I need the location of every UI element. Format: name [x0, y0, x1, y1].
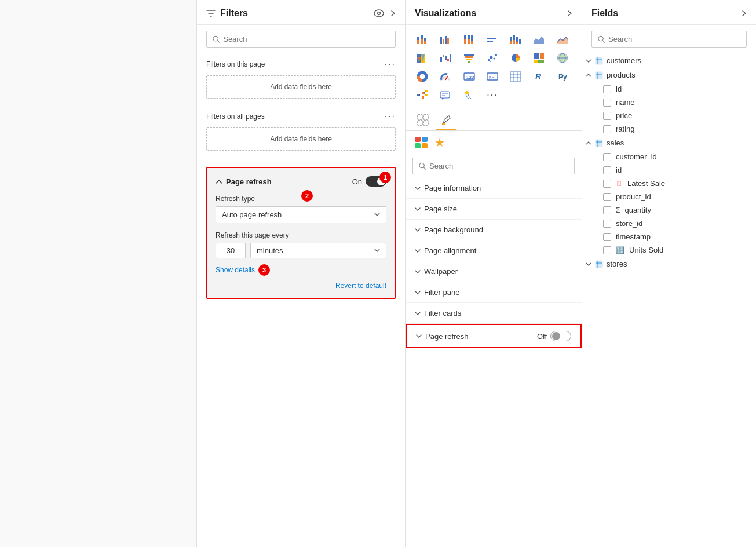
table-icon	[595, 260, 603, 268]
viz-section-wallpaper[interactable]: Wallpaper	[406, 261, 582, 282]
viz-search-box[interactable]	[412, 158, 575, 174]
viz-icon-waterfall[interactable]	[436, 49, 455, 67]
field-checkbox[interactable]	[603, 166, 611, 174]
field-sales-quantity[interactable]: Σ quantity	[582, 203, 756, 217]
field-sales-units-sold[interactable]: 🔢 Units Sold	[582, 243, 756, 257]
page-refresh-viz-toggle[interactable]	[550, 331, 571, 341]
field-checkbox[interactable]	[603, 85, 611, 93]
left-empty-panel	[0, 0, 197, 547]
field-sales-timestamp[interactable]: timestamp	[582, 230, 756, 243]
star-icon[interactable]: ★	[432, 134, 447, 151]
viz-icon-clustered-bar[interactable]	[436, 31, 455, 48]
field-checkbox[interactable]	[603, 125, 611, 133]
viz-icon-more[interactable]: ···	[483, 86, 502, 104]
table-group-stores[interactable]: stores	[582, 257, 756, 271]
viz-icon-card[interactable]: 123	[459, 68, 479, 85]
viz-icon-qa[interactable]	[436, 86, 455, 104]
refresh-interval-input[interactable]	[216, 243, 246, 258]
viz-section-page-refresh[interactable]: Page refresh Off	[406, 324, 582, 348]
field-products-rating[interactable]: rating	[582, 122, 756, 136]
viz-icon-area-chart[interactable]	[529, 31, 549, 48]
viz-tab-format[interactable]	[412, 111, 433, 130]
viz-section-page-info[interactable]: Page information	[406, 178, 582, 199]
filters-search-input[interactable]	[223, 35, 389, 43]
field-checkbox[interactable]	[603, 233, 611, 241]
field-sales-customer-id[interactable]: customer_id	[582, 150, 756, 163]
filters-this-page-more[interactable]: ···	[385, 59, 396, 70]
viz-tab-paint[interactable]	[436, 111, 456, 130]
svg-rect-21	[487, 41, 493, 42]
field-sales-store-id[interactable]: store_id	[582, 217, 756, 230]
viz-icon-map[interactable]	[553, 49, 572, 67]
field-sales-latest-sale[interactable]: 🗓 Latest Sale	[582, 177, 756, 190]
viz-icon-kpi[interactable]: KPI	[483, 68, 502, 85]
viz-icon-ribbon[interactable]	[412, 49, 432, 67]
page-refresh-box: Page refresh On 1 Refresh type 2 Auto pa…	[206, 167, 396, 299]
viz-icon-stacked-bar[interactable]	[412, 31, 432, 48]
viz-icon-donut[interactable]	[412, 68, 432, 85]
fields-search-input[interactable]	[608, 35, 740, 43]
viz-icons-grid: 123 KPI R Py ···	[406, 25, 582, 107]
svg-rect-96	[596, 261, 602, 268]
table-group-customers[interactable]: customers	[582, 53, 756, 68]
filter-icon	[206, 9, 216, 18]
table-expand-icon	[586, 59, 591, 63]
viz-collapse-icon[interactable]	[567, 9, 572, 17]
field-name: product_id	[616, 192, 651, 201]
field-checkbox[interactable]	[603, 99, 611, 107]
svg-point-39	[490, 56, 492, 59]
table-group-products[interactable]: products	[582, 68, 756, 82]
page-refresh-collapse-icon[interactable]	[216, 179, 222, 184]
show-details-link[interactable]: Show details	[216, 266, 255, 274]
viz-icon-treemap[interactable]	[529, 49, 549, 67]
viz-section-filter-pane[interactable]: Filter pane	[406, 282, 582, 303]
svg-rect-66	[422, 92, 424, 94]
viz-icon-line-chart[interactable]	[506, 31, 525, 48]
filters-all-pages-more[interactable]: ···	[385, 111, 396, 122]
viz-icon-stacked-bar-100[interactable]	[459, 31, 479, 48]
svg-rect-46	[534, 60, 538, 63]
color-squares-icon[interactable]	[412, 134, 430, 151]
field-checkbox[interactable]	[603, 193, 611, 201]
fields-search-box[interactable]	[591, 31, 747, 48]
field-sales-product-id[interactable]: product_id	[582, 190, 756, 203]
field-checkbox[interactable]	[603, 206, 611, 214]
add-data-this-page[interactable]: Add data fields here	[206, 75, 396, 99]
viz-icon-gauge[interactable]	[436, 68, 455, 85]
viz-search-input[interactable]	[429, 162, 568, 170]
viz-section-filter-cards[interactable]: Filter cards	[406, 303, 582, 324]
fields-collapse-icon[interactable]	[741, 9, 747, 17]
field-checkbox[interactable]	[603, 180, 611, 188]
viz-icon-scatter[interactable]	[483, 49, 502, 67]
field-checkbox[interactable]	[603, 220, 611, 228]
viz-icon-funnel[interactable]	[459, 49, 479, 67]
eye-icon[interactable]	[374, 9, 384, 17]
viz-icon-smart-narrative[interactable]	[459, 86, 479, 104]
filters-collapse-icon[interactable]	[390, 9, 396, 17]
refresh-unit-select[interactable]: minutes	[250, 243, 386, 258]
field-checkbox[interactable]	[603, 153, 611, 161]
viz-section-page-bg[interactable]: Page background	[406, 220, 582, 240]
field-products-name[interactable]: name	[582, 96, 756, 109]
viz-icon-matrix[interactable]	[506, 68, 525, 85]
viz-section-page-size[interactable]: Page size	[406, 199, 582, 220]
viz-icon-line-area[interactable]	[553, 31, 572, 48]
viz-icon-pie[interactable]	[506, 49, 525, 67]
viz-icon-bar-chart[interactable]	[483, 31, 502, 48]
table-group-sales[interactable]: sales	[582, 136, 756, 150]
refresh-type-select[interactable]: Auto page refresh	[216, 206, 386, 223]
field-products-price[interactable]: price	[582, 109, 756, 122]
add-data-all-pages[interactable]: Add data fields here	[206, 127, 396, 151]
viz-section-page-alignment[interactable]: Page alignment	[406, 240, 582, 261]
svg-point-77	[465, 91, 469, 94]
viz-icon-decomp-tree[interactable]	[412, 86, 432, 104]
field-products-id[interactable]: id	[582, 82, 756, 96]
field-checkbox[interactable]	[603, 246, 611, 254]
table-icon	[595, 139, 603, 147]
field-sales-id[interactable]: id	[582, 163, 756, 177]
revert-to-default-link[interactable]: Revert to default	[216, 282, 386, 290]
filters-search-box[interactable]	[206, 31, 396, 48]
field-checkbox[interactable]	[603, 112, 611, 120]
viz-icon-r[interactable]: R	[529, 68, 549, 85]
viz-icon-python[interactable]: Py	[553, 68, 572, 85]
